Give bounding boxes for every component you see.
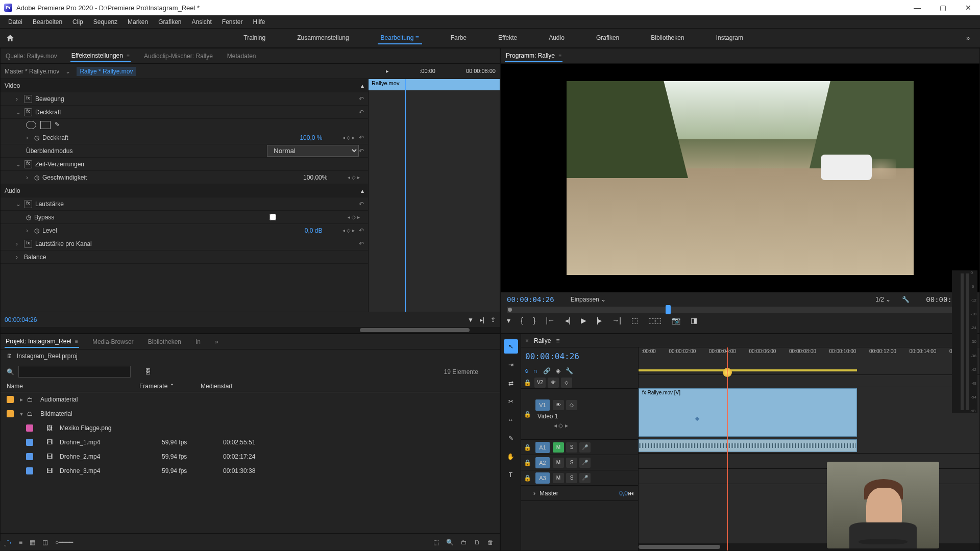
ws-bearbeitung[interactable]: Bearbeitung ≡ — [378, 32, 422, 44]
magnet-icon[interactable]: ∩ — [533, 367, 538, 374]
export-frame-button[interactable]: 📷 — [672, 316, 680, 324]
ws-farbe[interactable]: Farbe — [448, 32, 470, 44]
work-area-bar[interactable] — [639, 369, 857, 371]
zoom-thumb[interactable] — [639, 545, 720, 549]
tab-quelle[interactable]: Quelle: Rallye.mov — [5, 51, 58, 62]
list-item[interactable]: 🎞 Drohne_3.mp4 59,94 fps 00:01:30:38 — [1, 464, 500, 478]
track-v1-header[interactable]: 🔒 V1 👁 ◇ Video 1 ◂ ◇ ▸ — [521, 389, 638, 440]
ws-zusammenstellung[interactable]: Zusammenstellung — [294, 32, 352, 44]
program-timecode[interactable]: 00:00:04:26 — [507, 295, 554, 304]
tab-effekteinstellungen[interactable]: Effekteinstellungen ≡ — [70, 50, 131, 62]
tab-media-browser[interactable]: Media-Browser — [91, 336, 135, 347]
lock-icon[interactable]: 🔒 — [521, 474, 533, 482]
v2-sync-lock[interactable]: ◇ — [561, 378, 572, 388]
step-back-button[interactable]: ◂| — [565, 316, 571, 324]
expand-icon[interactable]: › — [16, 240, 24, 247]
razor-tool[interactable]: ✂ — [504, 394, 518, 409]
mark-in-button[interactable]: { — [521, 316, 523, 324]
timeline-timecode[interactable]: 00:00:04:26 — [521, 347, 638, 365]
play-button[interactable]: ▶ — [581, 316, 586, 324]
resolution-select[interactable]: 1/2 ⌄ — [875, 296, 891, 303]
track-a1[interactable] — [639, 438, 979, 454]
expand-icon[interactable]: ⌄ — [16, 109, 24, 116]
tab-programm[interactable]: Programm: Rallye ≡ — [505, 50, 562, 62]
go-to-in-button[interactable]: |← — [546, 316, 555, 324]
a1-tag[interactable]: A1 — [535, 442, 550, 453]
expand-icon[interactable]: › — [26, 174, 34, 181]
ws-instagram[interactable]: Instagram — [713, 32, 746, 44]
a3-solo[interactable]: S — [566, 473, 577, 483]
ec-keyframe-timeline[interactable]: Rallye.mov — [368, 79, 500, 312]
track-master-header[interactable]: › Master 0,0 ⏮ — [521, 486, 638, 501]
v1-tag[interactable]: V1 — [535, 399, 550, 411]
a1-solo[interactable]: S — [566, 442, 577, 453]
minimize-button[interactable]: — — [910, 4, 925, 12]
col-medienstart[interactable]: Medienstart — [201, 383, 272, 390]
ripple-tool[interactable]: ⇄ — [504, 376, 518, 390]
col-name[interactable]: Name — [7, 383, 139, 390]
hand-tool[interactable]: ✋ — [504, 449, 518, 464]
mark-out-button[interactable]: } — [533, 316, 536, 324]
pen-tool[interactable]: ✎ — [504, 431, 518, 445]
tabs-overflow[interactable]: » — [214, 336, 219, 347]
list-item[interactable]: 🎞 Drohne_2.mp4 59,94 fps 00:02:17:24 — [1, 449, 500, 464]
expand-icon[interactable]: ⌄ — [16, 201, 24, 208]
color-label[interactable] — [26, 424, 33, 432]
tab-audioclip-mischer[interactable]: Audioclip-Mischer: Rallye — [143, 51, 214, 62]
step-forward-button[interactable]: |▸ — [597, 316, 602, 324]
v1-sync-lock[interactable]: ◇ — [566, 400, 577, 410]
linked-sel-icon[interactable]: 🔗 — [543, 367, 551, 374]
reset-icon[interactable]: ↶ — [359, 109, 364, 116]
menu-hilfe[interactable]: Hilfe — [248, 16, 271, 28]
color-label[interactable] — [26, 453, 33, 460]
fx-icon[interactable]: fx — [24, 200, 32, 208]
keyframe-nav[interactable]: ◂ ◇ ▸ — [348, 214, 360, 220]
wrench-icon[interactable]: 🔧 — [566, 367, 573, 374]
a2-solo[interactable]: S — [566, 458, 577, 468]
lift-button[interactable]: ⬚ — [631, 316, 638, 324]
ws-effekte[interactable]: Effekte — [495, 32, 520, 44]
marker-icon[interactable]: ◈ — [556, 367, 560, 374]
blend-mode-select[interactable]: Normal — [267, 145, 359, 157]
export-icon[interactable]: ⇪ — [491, 316, 496, 323]
list-item[interactable]: 🎞 Drohne_1.mp4 59,94 fps 00:02:55:51 — [1, 435, 500, 449]
expand-icon[interactable]: › — [26, 134, 34, 141]
clip-audio[interactable] — [639, 439, 857, 452]
fx-icon[interactable]: fx — [24, 240, 32, 248]
stopwatch-icon[interactable]: ◷ — [34, 174, 39, 181]
menu-clip[interactable]: Clip — [67, 16, 88, 28]
ec-h-scrollbar[interactable] — [1, 327, 500, 333]
bypass-checkbox[interactable] — [270, 214, 276, 220]
track-a3-header[interactable]: 🔒 A3 M S 🎤 — [521, 470, 638, 486]
filter-icon[interactable]: ▼ — [468, 316, 474, 323]
list-item[interactable]: 🖼 Mexiko Flagge.png — [1, 421, 500, 435]
extract-button[interactable]: ⬚⬚ — [648, 316, 662, 324]
track-a2-header[interactable]: 🔒 A2 M S 🎤 — [521, 455, 638, 470]
menu-bearbeiten[interactable]: Bearbeiten — [28, 16, 67, 28]
trash-icon[interactable]: 🗑 — [487, 539, 494, 546]
play-only-icon[interactable]: ▸| — [480, 316, 484, 323]
ws-menu-icon[interactable]: ≡ — [415, 34, 419, 41]
snap-icon[interactable]: ⧲ — [525, 367, 528, 374]
ec-fx-deckkraft[interactable]: ⌄ fx Deckkraft ↶ — [1, 106, 368, 119]
a2-tag[interactable]: A2 — [535, 457, 550, 468]
expand-icon[interactable]: ▸ — [20, 396, 27, 403]
menu-ansicht[interactable]: Ansicht — [186, 16, 216, 28]
icon-view-icon[interactable]: ▦ — [30, 539, 35, 546]
reset-icon[interactable]: ↶ — [359, 240, 364, 247]
a3-voice[interactable]: 🎤 — [579, 473, 591, 483]
lock-icon[interactable]: 🔒 — [521, 459, 533, 466]
scrub-playhead[interactable] — [666, 305, 671, 314]
type-tool[interactable]: T — [504, 468, 518, 482]
chevron-down-icon[interactable]: ⌄ — [65, 68, 70, 75]
expand-icon[interactable]: › — [16, 95, 24, 103]
a1-mute[interactable]: M — [553, 442, 564, 453]
menu-marken[interactable]: Marken — [122, 16, 153, 28]
stopwatch-icon[interactable]: ◷ — [34, 227, 39, 234]
slip-tool[interactable]: ↔ — [504, 413, 518, 427]
keyframe-nav[interactable]: ◂ ◇ ▸ — [342, 135, 355, 140]
timeline-ruler[interactable]: :00:0000:00:02:0000:00:04:0000:00:06:000… — [639, 347, 979, 375]
close-button[interactable]: ✕ — [961, 4, 976, 12]
track-v2-header[interactable]: 🔒 V2 👁 ◇ — [521, 377, 638, 389]
track-v2[interactable] — [639, 375, 979, 387]
